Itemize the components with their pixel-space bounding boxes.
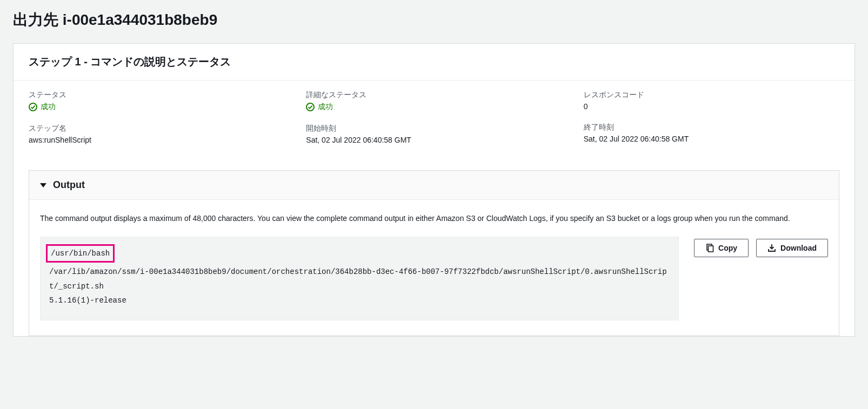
download-label: Download <box>780 244 817 252</box>
step-fields: ステータス 成功 ステップ名 aws:runShellScript 詳細なステー… <box>14 81 854 170</box>
output-panel: Output The command output displays a max… <box>29 170 839 336</box>
download-button[interactable]: Download <box>756 239 828 257</box>
value-start-time: Sat, 02 Jul 2022 06:40:58 GMT <box>306 136 562 144</box>
download-icon <box>767 244 776 252</box>
copy-button[interactable]: Copy <box>694 239 749 257</box>
value-detail-status-text: 成功 <box>318 102 333 112</box>
value-status: 成功 <box>29 102 284 112</box>
copy-icon <box>705 244 714 252</box>
output-highlighted-line: /usr/bin/bash <box>46 244 115 263</box>
label-step-name: ステップ名 <box>29 124 284 133</box>
output-codebox[interactable]: /usr/bin/bash /var/lib/amazon/ssm/i-00e1… <box>40 237 679 320</box>
step-panel-header: ステップ 1 - コマンドの説明とステータス <box>14 44 854 81</box>
svg-rect-3 <box>709 246 713 252</box>
label-end-time: 終了時刻 <box>584 123 839 132</box>
copy-label: Copy <box>718 244 737 252</box>
value-response-code: 0 <box>584 102 839 111</box>
output-note: The command output displays a maximum of… <box>40 213 828 225</box>
output-line: /var/lib/amazon/ssm/i-00e1a344031b8beb9/… <box>49 267 667 291</box>
chevron-down-icon <box>40 183 46 187</box>
page-title: 出力先 i-00e1a344031b8beb9 <box>13 10 868 30</box>
success-icon <box>306 103 315 111</box>
label-start-time: 開始時刻 <box>306 124 562 133</box>
output-title: Output <box>53 179 85 191</box>
label-detail-status: 詳細なステータス <box>306 90 562 100</box>
step-panel: ステップ 1 - コマンドの説明とステータス ステータス 成功 ステップ名 aw… <box>13 43 855 337</box>
output-toggle[interactable]: Output <box>29 171 839 200</box>
label-status: ステータス <box>29 90 284 100</box>
success-icon <box>29 103 37 111</box>
value-detail-status: 成功 <box>306 102 562 112</box>
step-panel-title: ステップ 1 - コマンドの説明とステータス <box>29 55 839 69</box>
value-status-text: 成功 <box>41 102 56 112</box>
label-response-code: レスポンスコード <box>584 90 839 100</box>
value-step-name: aws:runShellScript <box>29 136 284 144</box>
output-line: 5.1.16(1)-release <box>49 296 126 305</box>
value-end-time: Sat, 02 Jul 2022 06:40:58 GMT <box>584 135 839 143</box>
